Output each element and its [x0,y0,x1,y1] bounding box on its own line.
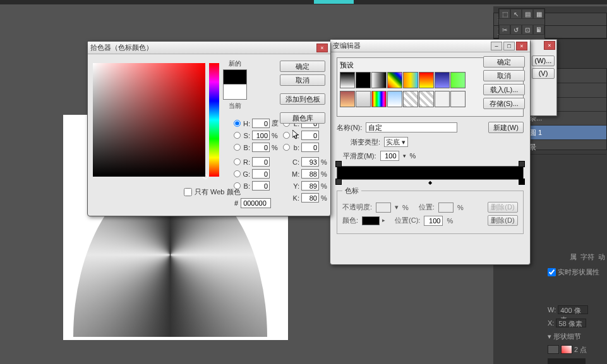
color-stop[interactable] [519,179,525,185]
s-input[interactable] [252,131,270,140]
r-input[interactable] [252,157,270,167]
stops-legend: 色标 [342,186,361,196]
preset-swatch[interactable] [356,91,371,107]
preset-swatch[interactable] [371,91,387,107]
preset-swatch[interactable] [403,72,418,88]
tab[interactable]: 属 [570,252,577,262]
preset-swatch[interactable] [435,72,450,88]
tool-icon[interactable]: ↖ [510,9,522,19]
delete-button[interactable]: 删除(D) [488,202,518,213]
close-icon[interactable]: × [544,41,555,50]
a-input[interactable] [301,131,319,140]
stroke-style[interactable] [548,358,586,364]
live-shape-check[interactable] [548,268,556,276]
opacity-input[interactable] [376,203,391,213]
tab[interactable]: 动 [598,252,605,262]
y-input[interactable] [301,181,319,191]
m-input[interactable] [301,169,319,179]
tool-icon[interactable]: ⊡ [522,25,533,35]
side-button[interactable]: (V) [532,68,555,79]
titlebar[interactable]: 变编辑器 – □ × [330,40,530,52]
current-label: 当前 [229,102,241,110]
smooth-input[interactable] [380,151,399,161]
opacity-pos-input[interactable] [438,203,454,213]
save-button[interactable]: 存储(S)... [483,98,525,109]
tool-icon[interactable]: ▦ [533,9,544,19]
fill-swatch[interactable] [548,345,559,354]
w-input[interactable]: 400 像素 [558,305,588,314]
delete-button[interactable]: 删除(D) [488,215,518,226]
ok-button[interactable]: 确定 [483,56,525,68]
preset-swatch[interactable] [340,91,355,107]
preset-swatch[interactable] [356,72,371,88]
add-swatch-button[interactable]: 添加到色板 [280,93,325,105]
hex-input[interactable] [241,198,271,208]
k-input[interactable] [301,193,319,203]
midpoint-icon[interactable]: ◆ [428,180,432,185]
dialog-title: 变编辑器 [333,41,361,50]
ok-button[interactable]: 确定 [280,61,325,72]
close-icon[interactable]: × [316,44,328,52]
cancel-button[interactable]: 取消 [280,74,325,86]
smooth-label: 平滑度(M): [343,151,376,161]
preset-swatch[interactable] [340,72,355,88]
close-icon[interactable]: × [516,42,527,50]
web-only-checkbox[interactable] [184,188,192,196]
hue-strip[interactable] [209,63,219,177]
preset-swatch[interactable] [450,72,466,88]
s-radio[interactable] [234,132,241,139]
a-radio[interactable] [283,132,290,139]
opacity-stop[interactable] [519,161,525,167]
preset-swatch[interactable] [387,91,402,107]
bv-input[interactable] [252,143,270,152]
saturation-value-field[interactable] [93,63,205,177]
side-button[interactable]: (W)... [532,56,555,66]
bc-input[interactable] [252,181,270,191]
minimize-icon[interactable]: – [491,42,502,50]
titlebar[interactable]: 拾色器（色标颜色） × [88,42,330,54]
b-radio[interactable] [234,144,241,151]
tool-icon[interactable]: 🖩 [533,25,544,35]
opacity-stop[interactable] [335,161,342,167]
color-cursor[interactable] [203,174,208,179]
preset-swatch[interactable] [419,72,434,88]
maximize-icon[interactable]: □ [503,42,515,50]
tool-icon[interactable]: ✂ [499,25,510,35]
stroke-swatch[interactable] [561,345,572,354]
cancel-button[interactable]: 取消 [483,70,525,81]
color-pos-input[interactable] [424,216,443,226]
load-button[interactable]: 载入(L)... [483,84,525,95]
position-label: 位置: [419,203,435,212]
new-button[interactable]: 新建(W) [488,122,524,133]
preset-swatch[interactable] [419,91,434,107]
g-radio[interactable] [234,170,241,177]
h-radio[interactable] [234,120,241,127]
color-stop[interactable] [335,179,342,185]
preset-swatch[interactable] [450,91,466,107]
preset-swatch[interactable] [435,91,450,107]
gradient-bar[interactable]: ◆ [337,166,524,180]
color-libs-button[interactable]: 颜色库 [280,112,325,124]
preset-swatch[interactable] [387,72,402,88]
stops-fieldset: 色标 不透明度: ▾ % 位置: % 删除(D) 颜色: 位置(C): % 删除… [337,186,524,234]
type-select[interactable]: 实底 ▾ [384,137,408,147]
preset-swatch[interactable] [403,91,418,107]
preset-grid [340,72,466,109]
x-input[interactable]: 58 像素 [556,319,586,327]
tool-icon[interactable]: ⬚ [499,9,510,19]
h-input[interactable] [252,119,270,128]
b2-input[interactable] [301,143,319,152]
gradient-name-input[interactable] [366,122,457,132]
dialog-title: 拾色器（色标颜色） [90,43,153,52]
tab[interactable]: 字符 [580,252,594,262]
g-input[interactable] [252,169,270,179]
color-swatch[interactable] [362,216,380,225]
new-label: 新的 [229,59,241,68]
preset-swatch[interactable] [371,72,387,88]
color-label: 颜色: [342,216,358,225]
b-radio[interactable] [283,144,290,151]
r-radio[interactable] [234,158,241,165]
c-input[interactable] [301,157,319,167]
tool-icon[interactable]: ▤ [522,9,533,19]
tool-icon[interactable]: ↺ [510,25,522,35]
